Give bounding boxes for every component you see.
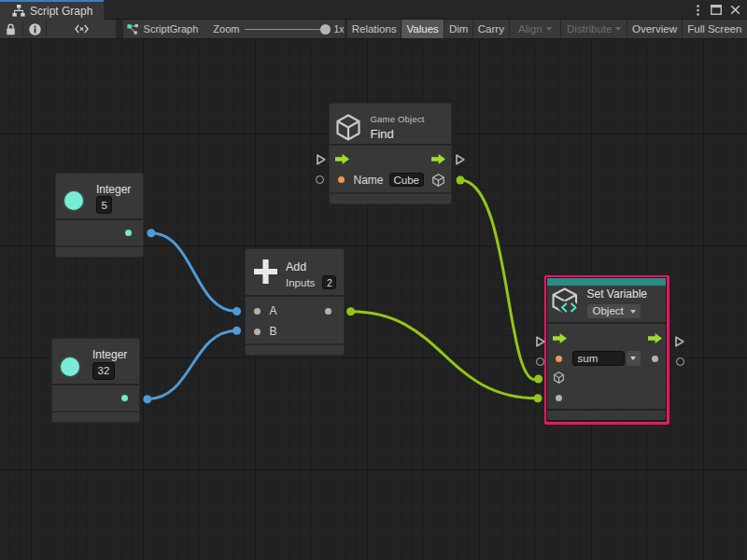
- zoom-value: 1x: [333, 23, 344, 35]
- inputs-count-field[interactable]: 2: [322, 275, 336, 289]
- flow-output-indicator[interactable]: [675, 336, 684, 347]
- chevron-down-icon: [546, 27, 552, 31]
- node-integer-32[interactable]: Integer 32: [52, 339, 139, 422]
- output-port-dot[interactable]: [652, 356, 658, 362]
- wire-endpoint-dot[interactable]: [147, 229, 155, 237]
- input-port-dot[interactable]: [254, 308, 261, 315]
- value-input-port-dot[interactable]: [556, 395, 562, 401]
- chevron-down-icon: [630, 310, 636, 314]
- flow-enter-arrow-icon[interactable]: [335, 154, 349, 164]
- integer-value-field[interactable]: 5: [96, 196, 112, 214]
- toolbar-button-distribute[interactable]: Distribute: [561, 20, 627, 38]
- game-object-cube-icon: [336, 114, 360, 141]
- node-integer-5-header[interactable]: Integer 5: [56, 174, 143, 218]
- port-label: B: [270, 325, 277, 338]
- toolbar-button-dim[interactable]: Dim: [444, 20, 472, 38]
- info-icon: [29, 23, 41, 35]
- node-add[interactable]: Add Inputs 2 A: [246, 249, 344, 355]
- output-port-dot[interactable]: [125, 230, 132, 236]
- node-integer-5[interactable]: Integer 5: [56, 174, 143, 257]
- game-object-input-port-icon[interactable]: [554, 371, 564, 384]
- inputs-label: Inputs: [286, 277, 315, 288]
- wire-endpoint-dot[interactable]: [233, 307, 241, 315]
- name-value-field[interactable]: Cube: [389, 173, 425, 187]
- node-set-variable[interactable]: Set Variable Object: [544, 275, 669, 425]
- flow-output-indicator[interactable]: [456, 154, 465, 165]
- graph-toolbar: ScriptGraph Zoom 1x Relations Values Dim…: [0, 20, 747, 39]
- value-output-indicator[interactable]: [676, 357, 684, 366]
- wire-endpoint-dot[interactable]: [534, 375, 543, 384]
- code-preview-button[interactable]: [47, 20, 115, 38]
- toolbar-button-carry[interactable]: Carry: [473, 20, 509, 38]
- output-port-dot[interactable]: [121, 395, 128, 401]
- node-game-object-find[interactable]: Game Object Find: [330, 104, 451, 203]
- wire-endpoint-dot[interactable]: [233, 327, 241, 335]
- lock-button[interactable]: [0, 20, 22, 38]
- wire-add-to-setvariable-value[interactable]: [351, 312, 538, 399]
- port-row-name: Name Cube: [330, 170, 451, 190]
- node-add-header[interactable]: Add Inputs 2: [246, 249, 344, 295]
- name-input-port-dot[interactable]: [556, 356, 562, 362]
- integer-value-field[interactable]: 32: [92, 362, 115, 380]
- toolbar-button-align[interactable]: Align: [510, 20, 560, 38]
- node-footer: [330, 194, 451, 203]
- node-find-header[interactable]: Game Object Find: [330, 104, 451, 144]
- wire-integer32-to-add-b[interactable]: [148, 330, 237, 399]
- tab-script-graph[interactable]: Script Graph: [0, 0, 104, 20]
- port-row-object: [547, 367, 666, 387]
- toolbar-button-relations[interactable]: Relations: [347, 20, 400, 38]
- tab-title: Script Graph: [30, 5, 92, 18]
- zoom-slider-track[interactable]: [245, 29, 327, 31]
- string-input-port-dot[interactable]: [338, 176, 345, 183]
- toolbar-button-values[interactable]: Values: [402, 20, 444, 38]
- chevron-down-icon: [630, 357, 636, 360]
- graph-canvas[interactable]: Integer 5 Integer: [0, 41, 747, 560]
- port-row-flow: [330, 149, 451, 170]
- variable-name-dropdown[interactable]: [627, 351, 641, 366]
- wire-endpoint-dot[interactable]: [143, 395, 151, 403]
- node-set-variable-header[interactable]: Set Variable Object: [547, 286, 666, 323]
- name-input-indicator[interactable]: [536, 357, 544, 366]
- toolbar-button-distribute-label: Distribute: [567, 23, 613, 35]
- code-preview-icon: [75, 24, 89, 34]
- close-button[interactable]: [726, 0, 744, 20]
- node-title: Integer: [92, 349, 127, 360]
- game-object-output-port-icon[interactable]: [432, 174, 444, 187]
- wire-endpoint-dot[interactable]: [346, 307, 355, 315]
- port-row-a: A: [246, 301, 344, 321]
- flow-enter-arrow-icon[interactable]: [553, 333, 567, 343]
- toolbar-button-fullscreen[interactable]: Full Screen: [683, 20, 747, 38]
- window-menu-button[interactable]: [688, 0, 707, 20]
- zoom-slider-handle[interactable]: [320, 24, 331, 35]
- port-label: A: [270, 304, 277, 317]
- info-button[interactable]: [23, 20, 47, 38]
- flow-exit-arrow-icon[interactable]: [648, 333, 662, 343]
- maximize-button[interactable]: [707, 0, 726, 20]
- toolbar-button-overview[interactable]: Overview: [627, 20, 681, 38]
- wire-integer5-to-add-a[interactable]: [151, 233, 237, 312]
- wire-endpoint-dot[interactable]: [534, 394, 543, 402]
- tab-bar: Script Graph: [0, 0, 747, 20]
- node-footer: [52, 413, 139, 422]
- unity-visual-scripting-window: Script Graph: [0, 0, 747, 560]
- node-type-label: Game Object: [371, 114, 425, 124]
- wire-endpoint-dot[interactable]: [457, 176, 465, 185]
- variable-name-field[interactable]: sum: [572, 351, 625, 366]
- flow-exit-arrow-icon[interactable]: [431, 154, 445, 164]
- wire-find-to-setvariable-object[interactable]: [460, 180, 539, 380]
- node-integer-32-header[interactable]: Integer 32: [52, 339, 139, 384]
- flow-input-indicator[interactable]: [317, 154, 326, 165]
- output-port-dot[interactable]: [325, 308, 331, 315]
- variable-kind-dropdown[interactable]: Object: [587, 304, 641, 319]
- zoom-slider[interactable]: [245, 20, 327, 39]
- flow-input-indicator[interactable]: [536, 336, 545, 347]
- value-input-indicator[interactable]: [316, 175, 324, 184]
- port-row-value: [547, 387, 666, 408]
- maximize-icon: [711, 5, 722, 15]
- node-title: Add: [286, 260, 336, 273]
- add-plus-icon: [254, 259, 277, 284]
- node-footer: [246, 345, 344, 355]
- input-port-dot[interactable]: [254, 329, 261, 335]
- close-icon: [730, 5, 740, 15]
- breadcrumb-root[interactable]: ScriptGraph: [144, 23, 199, 35]
